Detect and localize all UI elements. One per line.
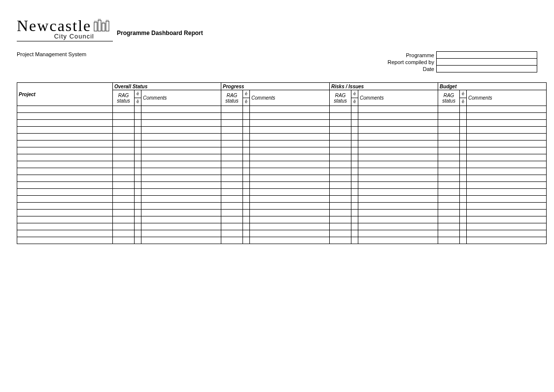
table-cell[interactable] — [135, 210, 141, 216]
table-cell[interactable] — [460, 175, 467, 182]
table-cell[interactable] — [330, 154, 351, 161]
table-cell[interactable] — [250, 230, 330, 237]
table-cell[interactable] — [141, 175, 221, 182]
table-cell[interactable] — [358, 161, 438, 168]
table-cell[interactable] — [467, 113, 547, 120]
table-cell[interactable] — [221, 182, 243, 189]
table-cell[interactable] — [221, 134, 243, 141]
table-cell[interactable] — [358, 113, 438, 120]
table-cell[interactable] — [438, 134, 460, 141]
table-cell[interactable] — [243, 189, 250, 196]
table-cell[interactable] — [467, 203, 547, 210]
table-cell[interactable] — [438, 127, 460, 134]
table-cell[interactable] — [113, 113, 135, 120]
table-cell[interactable] — [141, 113, 221, 120]
table-cell[interactable] — [358, 168, 438, 175]
table-cell[interactable] — [330, 182, 351, 189]
table-cell[interactable] — [113, 134, 135, 141]
table-cell[interactable] — [113, 182, 135, 189]
table-cell[interactable] — [460, 134, 467, 141]
table-cell[interactable] — [250, 175, 330, 182]
table-cell[interactable] — [243, 230, 250, 237]
table-cell[interactable] — [17, 210, 113, 216]
table-cell[interactable] — [135, 113, 141, 120]
table-cell[interactable] — [135, 182, 141, 189]
table-cell[interactable] — [250, 147, 330, 154]
table-cell[interactable] — [467, 161, 547, 168]
table-cell[interactable] — [243, 154, 250, 161]
table-cell[interactable] — [351, 210, 358, 216]
table-cell[interactable] — [135, 154, 141, 161]
table-cell[interactable] — [141, 230, 221, 237]
table-cell[interactable] — [221, 237, 243, 244]
table-cell[interactable] — [135, 189, 141, 196]
table-cell[interactable] — [351, 168, 358, 175]
table-cell[interactable] — [351, 147, 358, 154]
table-cell[interactable] — [141, 182, 221, 189]
table-cell[interactable] — [438, 182, 460, 189]
table-cell[interactable] — [141, 189, 221, 196]
table-cell[interactable] — [141, 203, 221, 210]
table-cell[interactable] — [17, 161, 113, 168]
table-cell[interactable] — [113, 127, 135, 134]
table-cell[interactable] — [141, 237, 221, 244]
table-cell[interactable] — [135, 175, 141, 182]
table-cell[interactable] — [17, 223, 113, 230]
table-cell[interactable] — [135, 223, 141, 230]
table-cell[interactable] — [358, 175, 438, 182]
table-cell[interactable] — [17, 120, 113, 127]
table-cell[interactable] — [358, 182, 438, 189]
table-cell[interactable] — [467, 106, 547, 113]
table-cell[interactable] — [467, 216, 547, 223]
table-cell[interactable] — [141, 147, 221, 154]
table-cell[interactable] — [221, 210, 243, 216]
table-cell[interactable] — [243, 106, 250, 113]
table-cell[interactable] — [135, 147, 141, 154]
table-cell[interactable] — [358, 216, 438, 223]
table-cell[interactable] — [141, 168, 221, 175]
table-cell[interactable] — [135, 168, 141, 175]
table-cell[interactable] — [250, 237, 330, 244]
table-cell[interactable] — [113, 216, 135, 223]
table-cell[interactable] — [135, 106, 141, 113]
table-cell[interactable] — [17, 113, 113, 120]
table-cell[interactable] — [467, 237, 547, 244]
table-cell[interactable] — [467, 120, 547, 127]
table-cell[interactable] — [438, 147, 460, 154]
table-cell[interactable] — [250, 127, 330, 134]
table-cell[interactable] — [135, 237, 141, 244]
table-cell[interactable] — [17, 168, 113, 175]
table-cell[interactable] — [358, 127, 438, 134]
table-cell[interactable] — [221, 127, 243, 134]
table-cell[interactable] — [243, 196, 250, 203]
table-cell[interactable] — [330, 120, 351, 127]
table-cell[interactable] — [221, 120, 243, 127]
table-cell[interactable] — [351, 141, 358, 147]
table-cell[interactable] — [243, 161, 250, 168]
table-cell[interactable] — [221, 106, 243, 113]
table-cell[interactable] — [17, 189, 113, 196]
table-cell[interactable] — [460, 216, 467, 223]
table-cell[interactable] — [330, 141, 351, 147]
table-cell[interactable] — [358, 203, 438, 210]
table-cell[interactable] — [358, 223, 438, 230]
table-cell[interactable] — [460, 210, 467, 216]
table-cell[interactable] — [243, 216, 250, 223]
table-cell[interactable] — [135, 203, 141, 210]
table-cell[interactable] — [243, 182, 250, 189]
table-cell[interactable] — [330, 216, 351, 223]
table-cell[interactable] — [438, 223, 460, 230]
table-cell[interactable] — [243, 237, 250, 244]
table-cell[interactable] — [358, 120, 438, 127]
table-cell[interactable] — [351, 120, 358, 127]
table-cell[interactable] — [113, 154, 135, 161]
table-cell[interactable] — [460, 113, 467, 120]
table-cell[interactable] — [358, 134, 438, 141]
table-cell[interactable] — [221, 141, 243, 147]
table-cell[interactable] — [135, 216, 141, 223]
table-cell[interactable] — [330, 168, 351, 175]
table-cell[interactable] — [250, 223, 330, 230]
table-cell[interactable] — [135, 161, 141, 168]
table-cell[interactable] — [330, 106, 351, 113]
table-cell[interactable] — [460, 154, 467, 161]
